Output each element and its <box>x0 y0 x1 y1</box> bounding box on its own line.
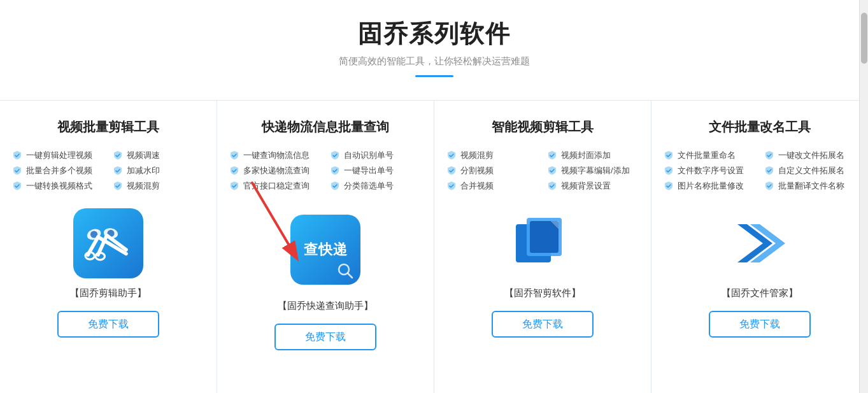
card-title-smart-video: 智能视频剪辑工具 <box>492 118 594 136</box>
shield-icon <box>764 180 775 192</box>
card-smart-video: 智能视频剪辑工具 视频混剪 视频封面添加 <box>434 101 651 393</box>
feature-item: 视频混剪 <box>112 180 205 192</box>
smart-video-svg <box>511 211 574 275</box>
svg-line-7 <box>348 273 352 278</box>
feature-label: 合并视频 <box>460 180 494 192</box>
feature-item: 一键导出单号 <box>329 165 422 176</box>
app-icon-file-manager <box>725 208 795 278</box>
card-video-batch: 视频批量剪辑工具 一键剪辑处理视频 视频调速 <box>0 101 217 393</box>
app-icon-express: 查快递 <box>290 215 360 285</box>
feature-label: 多家快递物流查询 <box>243 165 309 176</box>
shield-icon <box>229 150 240 161</box>
card-title-video-batch: 视频批量剪辑工具 <box>57 118 159 136</box>
feature-item: 一键转换视频格式 <box>11 180 104 192</box>
page-title: 固乔系列软件 <box>0 18 868 50</box>
app-name-express-query: 【固乔快递查询助手】 <box>278 300 373 312</box>
feature-item: 多家快递物流查询 <box>229 165 322 176</box>
file-manager-svg <box>728 211 792 275</box>
shield-icon <box>663 180 674 192</box>
shield-icon <box>11 165 23 176</box>
page-subtitle: 简便高效的智能工具，让你轻松解决运营难题 <box>0 55 868 68</box>
shield-icon <box>329 180 341 192</box>
shield-icon <box>546 165 558 176</box>
feature-label: 一键剪辑处理视频 <box>26 150 92 161</box>
feature-label: 一键导出单号 <box>344 165 394 176</box>
app-name-video-batch: 【固乔剪辑助手】 <box>70 287 146 299</box>
app-name-file-rename: 【固乔文件管家】 <box>722 287 798 299</box>
shield-icon <box>764 150 775 161</box>
svg-rect-10 <box>530 221 559 253</box>
shield-icon <box>764 165 775 176</box>
feature-label: 自动识别单号 <box>344 150 394 161</box>
feature-item: 分割视频 <box>446 165 539 176</box>
card-file-rename: 文件批量改名工具 文件批量重命名 一键改文件拓展名 <box>651 101 868 393</box>
feature-label: 图片名称批量修改 <box>678 180 744 192</box>
feature-label: 批量合并多个视频 <box>26 165 92 176</box>
search-icon <box>336 262 354 280</box>
feature-item: 自定义文件拓展名 <box>764 165 857 176</box>
feature-label: 文件数字序号设置 <box>678 165 744 176</box>
shield-icon <box>446 165 457 176</box>
shield-icon <box>446 180 457 192</box>
scrollbar[interactable] <box>859 0 868 393</box>
feature-label: 视频混剪 <box>460 150 494 161</box>
feature-item: 图片名称批量修改 <box>663 180 756 192</box>
feature-label: 视频混剪 <box>127 180 160 192</box>
card-title-express-query: 快递物流信息批量查询 <box>262 118 389 136</box>
feature-item: 批量合并多个视频 <box>11 165 104 176</box>
feature-item: 视频调速 <box>112 150 205 161</box>
feature-item: 一键改文件拓展名 <box>764 150 857 161</box>
feature-item: 官方接口稳定查询 <box>229 180 322 192</box>
feature-label: 批量翻译文件名称 <box>778 180 844 192</box>
feature-item: 文件数字序号设置 <box>663 165 756 176</box>
app-icon-smart-video <box>508 208 578 278</box>
express-icon-inner: 查快递 <box>290 215 360 285</box>
feature-item: 视频混剪 <box>446 150 539 161</box>
feature-label: 加减水印 <box>127 165 160 176</box>
shield-icon <box>329 165 341 176</box>
shield-icon <box>11 150 23 161</box>
feature-item: 自动识别单号 <box>329 150 422 161</box>
feature-label: 视频字幕编辑/添加 <box>561 165 630 176</box>
feature-label: 分割视频 <box>460 165 494 176</box>
shield-icon <box>446 150 457 161</box>
shield-icon <box>546 150 558 161</box>
feature-label: 一键查询物流信息 <box>243 150 309 161</box>
feature-item: 分类筛选单号 <box>329 180 422 192</box>
cards-row: 视频批量剪辑工具 一键剪辑处理视频 视频调速 <box>0 100 868 393</box>
card-title-file-rename: 文件批量改名工具 <box>709 118 811 136</box>
app-name-smart-video: 【固乔智剪软件】 <box>504 287 581 299</box>
features-grid-video-batch: 一键剪辑处理视频 视频调速 批量合并多个视频 <box>11 150 205 192</box>
feature-label: 自定义文件拓展名 <box>778 165 844 176</box>
feature-item: 文件批量重命名 <box>663 150 756 161</box>
feature-label: 一键转换视频格式 <box>26 180 92 192</box>
feature-label: 文件批量重命名 <box>678 150 736 161</box>
feature-item: 加减水印 <box>112 165 205 176</box>
feature-label: 视频调速 <box>127 150 160 161</box>
feature-item: 视频字幕编辑/添加 <box>546 165 639 176</box>
features-grid-express-query: 一键查询物流信息 自动识别单号 多家快递物流查询 <box>229 150 422 192</box>
download-btn-express-query[interactable]: 免费下载 <box>274 324 376 350</box>
app-icon-scissors <box>73 208 143 278</box>
feature-label: 分类筛选单号 <box>344 180 394 192</box>
feature-item: 视频背景设置 <box>546 180 639 192</box>
page-wrapper: 固乔系列软件 简便高效的智能工具，让你轻松解决运营难题 视频批量剪辑工具 一键剪… <box>0 0 868 393</box>
shield-icon <box>663 165 674 176</box>
shield-icon <box>229 165 240 176</box>
shield-icon <box>329 150 341 161</box>
shield-icon <box>112 150 124 161</box>
feature-label: 官方接口稳定查询 <box>243 180 309 192</box>
features-grid-file-rename: 文件批量重命名 一键改文件拓展名 文件数字序号设置 <box>663 150 857 192</box>
download-btn-file-rename[interactable]: 免费下载 <box>709 311 811 338</box>
scrollbar-thumb[interactable] <box>861 13 867 64</box>
download-btn-smart-video[interactable]: 免费下载 <box>492 311 594 338</box>
feature-label: 视频背景设置 <box>561 180 611 192</box>
header-divider <box>415 75 453 77</box>
shield-icon <box>663 150 674 161</box>
shield-icon <box>229 180 240 192</box>
features-grid-smart-video: 视频混剪 视频封面添加 分割视频 <box>446 150 639 192</box>
shield-icon <box>112 180 124 192</box>
feature-item: 视频封面添加 <box>546 150 639 161</box>
download-btn-video-batch[interactable]: 免费下载 <box>57 311 159 338</box>
shield-icon <box>11 180 23 192</box>
